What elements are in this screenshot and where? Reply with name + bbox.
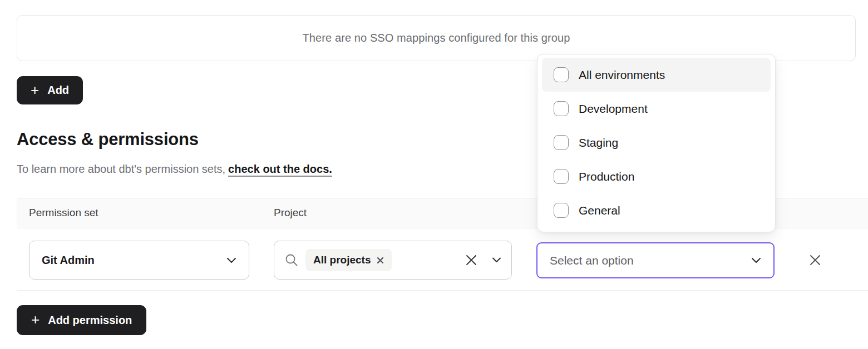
description-text: To learn more about dbt's permission set… [17,163,225,175]
add-permission-button[interactable]: + Add permission [17,305,146,335]
section-description: To learn more about dbt's permission set… [17,163,332,176]
plus-icon: + [31,83,39,97]
project-multiselect[interactable]: All projects [274,241,512,280]
dropdown-option-label: Development [579,102,648,116]
row-divider [17,290,868,291]
chevron-down-icon [226,257,236,263]
dropdown-option-all-environments[interactable]: All environments [542,58,771,92]
dropdown-option-label: General [579,204,620,217]
dropdown-option-staging[interactable]: Staging [542,126,771,159]
project-tag: All projects [305,249,392,271]
dropdown-option-general[interactable]: General [542,193,771,227]
search-icon [284,253,299,267]
permission-set-select[interactable]: Git Admin [29,241,249,280]
column-header-permission-set: Permission set [29,207,98,219]
clear-all-icon[interactable] [465,254,477,266]
dropdown-option-production[interactable]: Production [542,159,771,193]
chevron-down-icon [751,257,761,263]
add-sso-mapping-button[interactable]: + Add [17,76,83,104]
dropdown-option-label: Production [579,170,634,183]
dropdown-option-label: All environments [579,68,665,82]
dropdown-option-development[interactable]: Development [542,92,771,126]
checkbox-icon[interactable] [554,135,569,150]
remove-tag-icon[interactable] [377,257,384,264]
checkbox-icon[interactable] [554,203,569,218]
chevron-down-icon[interactable] [492,257,501,263]
sso-empty-message: There are no SSO mappings configured for… [303,32,570,44]
remove-row-icon[interactable] [807,252,823,268]
checkbox-icon[interactable] [554,67,569,82]
environment-select[interactable]: Select an option [536,242,775,278]
add-button-label: Add [47,84,69,97]
add-permission-label: Add permission [48,314,132,327]
docs-link[interactable]: check out the docs. [228,163,332,175]
checkbox-icon[interactable] [554,169,569,184]
dropdown-option-label: Staging [579,136,618,149]
permission-set-value: Git Admin [42,254,95,267]
environment-placeholder: Select an option [550,254,634,267]
checkbox-icon[interactable] [554,101,569,116]
project-tag-label: All projects [313,254,371,266]
plus-icon: + [31,312,40,327]
column-header-project: Project [274,207,307,219]
environment-dropdown-panel: All environments Development Staging Pro… [537,54,776,232]
page-title: Access & permissions [17,129,199,149]
